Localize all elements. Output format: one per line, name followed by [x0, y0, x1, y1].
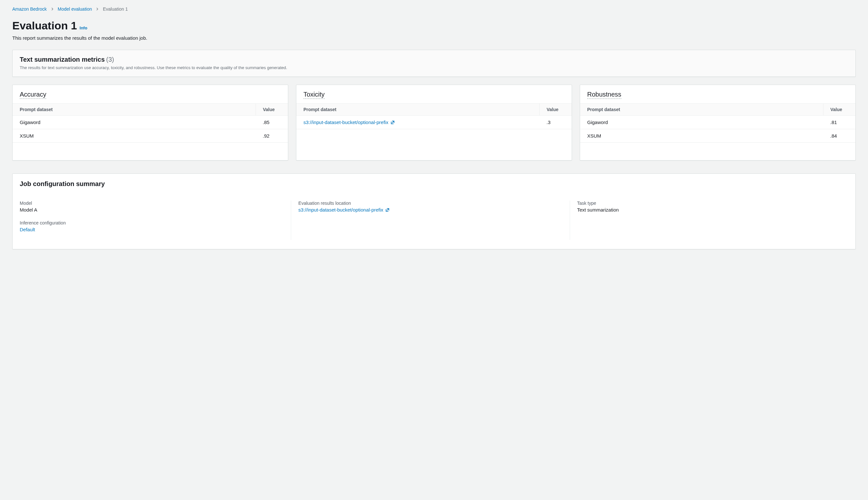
toxicity-table: Prompt dataset Value s3://input-dataset-…	[296, 103, 572, 129]
accuracy-table: Prompt dataset Value Gigaword .85 XSUM .…	[13, 103, 288, 143]
metrics-banner-title: Text summarization metrics	[20, 56, 105, 63]
config-results-link[interactable]: s3://input-dataset-bucket/optional-prefi…	[298, 207, 390, 213]
dataset-cell: XSUM	[13, 129, 256, 143]
breadcrumb-current: Evaluation 1	[103, 7, 128, 12]
config-task-label: Task type	[577, 201, 841, 206]
table-row: XSUM .84	[580, 129, 855, 143]
page-title: Evaluation 1	[12, 19, 77, 32]
dataset-cell: XSUM	[580, 129, 823, 143]
metric-title-toxicity: Toxicity	[303, 91, 325, 99]
metric-card-toxicity: Toxicity Prompt dataset Value s3://input…	[296, 84, 572, 160]
metrics-banner-desc: The results for text summarization use a…	[20, 65, 848, 70]
metrics-banner: Text summarization metrics (3) The resul…	[12, 50, 856, 77]
external-link-icon	[390, 120, 395, 125]
config-inference-label: Inference configuration	[20, 220, 284, 226]
dataset-cell: s3://input-dataset-bucket/optional-prefi…	[296, 116, 539, 129]
chevron-right-icon	[95, 7, 99, 12]
col-value: Value	[256, 104, 288, 116]
dataset-cell: Gigaword	[580, 116, 823, 129]
metrics-row: Accuracy Prompt dataset Value Gigaword .…	[12, 84, 856, 160]
config-col-left: Model Model A Inference configuration De…	[20, 201, 291, 240]
metric-title-robustness: Robustness	[587, 91, 621, 99]
metric-card-accuracy: Accuracy Prompt dataset Value Gigaword .…	[12, 84, 288, 160]
config-model-value: Model A	[20, 207, 284, 213]
breadcrumb-root-link[interactable]: Amazon Bedrock	[12, 7, 47, 12]
config-title: Job configuration summary	[20, 180, 848, 188]
metrics-banner-count: (3)	[106, 56, 114, 63]
chevron-right-icon	[51, 7, 54, 12]
col-value: Value	[823, 104, 855, 116]
s3-link-text: s3://input-dataset-bucket/optional-prefi…	[303, 120, 388, 125]
table-row: XSUM .92	[13, 129, 288, 143]
value-cell: .92	[256, 129, 288, 143]
col-dataset: Prompt dataset	[13, 104, 256, 116]
dataset-cell: Gigaword	[13, 116, 256, 129]
table-row: Gigaword .85	[13, 116, 288, 129]
breadcrumb-mid-link[interactable]: Model evaluation	[58, 7, 92, 12]
metric-card-robustness: Robustness Prompt dataset Value Gigaword…	[580, 84, 856, 160]
value-cell: .84	[823, 129, 855, 143]
config-inference-link[interactable]: Default	[20, 227, 284, 232]
info-link[interactable]: Info	[79, 25, 87, 30]
external-link-icon	[385, 208, 390, 212]
page-subtitle: This report summarizes the results of th…	[12, 35, 856, 41]
config-grid: Model Model A Inference configuration De…	[20, 201, 848, 240]
config-col-right: Task type Text summarization	[570, 201, 848, 240]
config-results-label: Evaluation results location	[298, 201, 562, 206]
config-model-label: Model	[20, 201, 284, 206]
robustness-table: Prompt dataset Value Gigaword .81 XSUM .…	[580, 103, 855, 143]
config-task-value: Text summarization	[577, 207, 841, 213]
value-cell: .81	[823, 116, 855, 129]
table-row: s3://input-dataset-bucket/optional-prefi…	[296, 116, 572, 129]
breadcrumb: Amazon Bedrock Model evaluation Evaluati…	[12, 7, 856, 12]
value-cell: .85	[256, 116, 288, 129]
config-col-mid: Evaluation results location s3://input-d…	[291, 201, 570, 240]
s3-link[interactable]: s3://input-dataset-bucket/optional-prefi…	[303, 120, 395, 125]
col-dataset: Prompt dataset	[296, 104, 539, 116]
page-title-row: Evaluation 1 Info	[12, 19, 856, 32]
config-panel: Job configuration summary Model Model A …	[12, 173, 856, 249]
col-dataset: Prompt dataset	[580, 104, 823, 116]
table-row: Gigaword .81	[580, 116, 855, 129]
value-cell: .3	[539, 116, 572, 129]
col-value: Value	[539, 104, 572, 116]
config-results-text: s3://input-dataset-bucket/optional-prefi…	[298, 207, 383, 213]
metric-title-accuracy: Accuracy	[20, 91, 46, 99]
